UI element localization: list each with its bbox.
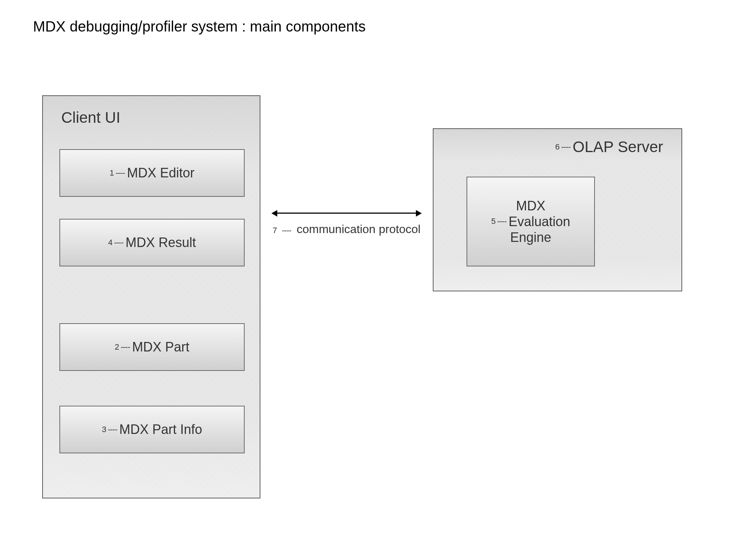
dash-icon: ---- <box>121 342 130 352</box>
mdx-result-ref: 4 <box>108 238 113 247</box>
diagram-title: MDX debugging/profiler system : main com… <box>33 18 366 35</box>
mdx-editor-ref: 1 <box>110 168 114 178</box>
mdx-eval-line1: MDX <box>516 198 545 214</box>
mdx-part-box: 2 ---- MDX Part <box>59 323 245 371</box>
mdx-editor-box: 1 ---- MDX Editor <box>59 149 245 197</box>
arrow-line <box>276 213 417 214</box>
communication-ref: 7 <box>273 226 277 235</box>
dash-icon: ---- <box>282 226 291 235</box>
mdx-part-label: MDX Part <box>132 339 189 355</box>
mdx-eval-engine-box: MDX 5 ---- Evaluation Engine <box>467 177 595 266</box>
mdx-eval-line3: Engine <box>510 229 551 245</box>
mdx-result-box: 4 ---- MDX Result <box>59 219 245 266</box>
communication-text: communication protocol <box>297 222 421 236</box>
arrow-right-icon <box>416 210 422 217</box>
dash-icon: ---- <box>561 142 570 152</box>
mdx-editor-label: MDX Editor <box>127 165 194 181</box>
mdx-part-info-ref: 3 <box>102 425 106 434</box>
dash-icon: ---- <box>108 425 117 434</box>
dash-icon: ---- <box>116 168 125 178</box>
communication-arrow: 7 ---- communication protocol <box>271 203 422 240</box>
dash-icon: ---- <box>114 238 123 247</box>
client-ui-container: Client UI 1 ---- MDX Editor 4 ---- MDX R… <box>42 95 260 498</box>
olap-server-ref: 6 <box>555 142 560 152</box>
olap-server-container: 6 ---- OLAP Server MDX 5 ---- Evaluation… <box>433 128 682 291</box>
mdx-part-info-label: MDX Part Info <box>119 422 202 437</box>
mdx-eval-line2: Evaluation <box>509 214 570 229</box>
olap-server-text: OLAP Server <box>573 138 663 156</box>
mdx-part-info-box: 3 ---- MDX Part Info <box>59 406 245 453</box>
mdx-result-label: MDX Result <box>125 235 196 250</box>
mdx-part-ref: 2 <box>115 342 119 352</box>
dash-icon: ---- <box>497 216 506 227</box>
communication-label: 7 ---- communication protocol <box>271 222 422 236</box>
client-ui-label: Client UI <box>61 109 120 126</box>
olap-server-label: 6 ---- OLAP Server <box>555 138 663 156</box>
mdx-eval-ref: 5 <box>491 216 495 227</box>
